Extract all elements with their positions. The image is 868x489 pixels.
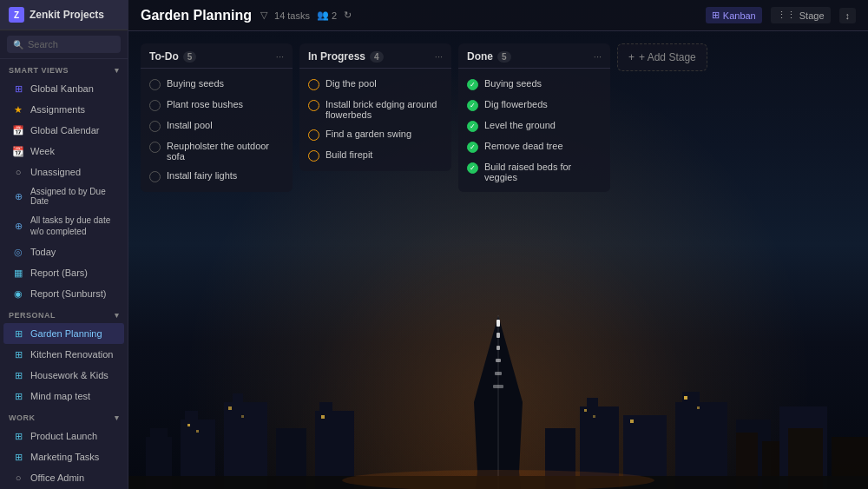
task-item[interactable]: ✓ Dig flowerbeds — [458, 95, 610, 116]
task-count-badge: 14 tasks — [274, 10, 310, 21]
grid3-icon: ⊞ — [12, 327, 24, 340]
stage-inprogress-actions[interactable]: ··· — [435, 51, 443, 62]
search-input[interactable] — [28, 39, 115, 50]
sidebar-item-office-admin[interactable]: ○ Office Admin — [3, 467, 124, 488]
member-badge: 👥 2 — [317, 10, 337, 21]
task-item[interactable]: Install pool — [141, 116, 293, 136]
week-icon: 📆 — [12, 145, 24, 157]
collapse-personal-icon[interactable]: ▾ — [115, 311, 120, 320]
task-item[interactable]: Find a garden swing — [299, 124, 451, 145]
sidebar-item-garden-planning[interactable]: ⊞ Garden Planning — [3, 323, 124, 344]
sidebar-item-product-launch[interactable]: ⊞ Product Launch — [3, 426, 124, 446]
topbar-right: ⊞ Kanban ⋮⋮ Stage ↕ — [706, 7, 856, 23]
stage-done: Done 5 ··· ✓ Buying seeds ✓ Dig flowerbe… — [458, 43, 610, 192]
sidebar-item-report-bars[interactable]: ▦ Report (Bars) — [3, 262, 124, 283]
task-item[interactable]: Reupholster the outdoor sofa — [141, 136, 293, 166]
sidebar-item-global-kanban[interactable]: ⊞ Global Kanban — [3, 78, 124, 99]
personal-list: ⊞ Garden Planning ⊞ Kitchen Renovation ⊞… — [0, 323, 128, 406]
stage-todo-actions[interactable]: ··· — [276, 51, 284, 62]
smart-views-section-header: SMART VIEWS ▾ — [0, 59, 128, 78]
sidebar-item-week[interactable]: 📆 Week — [3, 141, 124, 162]
sidebar-item-marketing-tasks[interactable]: ⊞ Marketing Tasks — [3, 446, 124, 467]
task-item[interactable]: Install brick edging around flowerbeds — [299, 95, 451, 124]
collapse-work-icon[interactable]: ▾ — [115, 413, 120, 422]
sidebar-item-today[interactable]: ◎ Today — [3, 241, 124, 262]
task-status-circle — [149, 171, 161, 182]
task-item[interactable]: ✓ Remove dead tree — [458, 136, 610, 157]
todo-task-list: Buying seeds Plant rose bushes Install p… — [141, 69, 293, 192]
task-status-circle — [308, 100, 319, 111]
sidebar-item-report-sunburst[interactable]: ◉ Report (Sunburst) — [3, 283, 124, 304]
task-item[interactable]: ✓ Level the ground — [458, 116, 610, 136]
task-status-circle — [149, 121, 161, 132]
stage-inprogress-title: In Progress 4 — [308, 50, 384, 63]
grid6-icon: ⊞ — [12, 390, 24, 402]
stage-todo: To-Do 5 ··· Buying seeds Plant rose bush… — [141, 43, 293, 192]
task-status-circle — [149, 100, 161, 111]
task-item[interactable]: Install fairy lights — [141, 166, 293, 187]
task-status-circle — [149, 142, 161, 153]
task-status-circle — [308, 150, 319, 162]
topbar-left: Garden Planning ▽ 14 tasks 👥 2 ↻ — [141, 8, 352, 23]
sidebar-item-assigned-by-due[interactable]: ⊕ Assigned to by Due Date — [3, 182, 124, 210]
plus-circle2-icon: ⊕ — [12, 220, 24, 232]
work-list: ⊞ Product Launch ⊞ Marketing Tasks ○ Off… — [0, 426, 128, 489]
task-status-circle: ✓ — [467, 162, 478, 174]
add-stage-button[interactable]: + + Add Stage — [617, 43, 707, 71]
stage-todo-title: To-Do 5 — [149, 50, 196, 63]
topbar: Garden Planning ▽ 14 tasks 👥 2 ↻ ⊞ Kanba… — [128, 0, 868, 31]
personal-section-header: PERSONAL ▾ — [0, 304, 128, 323]
circle-icon: ○ — [12, 166, 24, 178]
task-status-circle — [308, 129, 319, 141]
star-icon: ★ — [12, 103, 24, 116]
app-name: Zenkit Projects — [30, 9, 104, 21]
kanban-board: To-Do 5 ··· Buying seeds Plant rose bush… — [128, 31, 868, 489]
stage-view-button[interactable]: ⋮⋮ Stage — [771, 7, 831, 23]
kanban-view-button[interactable]: ⊞ Kanban — [706, 7, 762, 23]
task-status-circle: ✓ — [467, 121, 478, 132]
task-item[interactable]: Plant rose bushes — [141, 95, 293, 116]
grid5-icon: ⊞ — [12, 369, 24, 381]
grid4-icon: ⊞ — [12, 348, 24, 360]
done-task-list: ✓ Buying seeds ✓ Dig flowerbeds ✓ Level … — [458, 69, 610, 192]
stage-done-count: 5 — [497, 51, 511, 63]
grid7-icon: ⊞ — [12, 430, 24, 442]
search-box[interactable]: 🔍 — [7, 36, 121, 53]
stage-inprogress: In Progress 4 ··· Dig the pool Install b… — [299, 43, 451, 171]
task-item[interactable]: ✓ Buying seeds — [458, 74, 610, 95]
task-status-circle: ✓ — [467, 142, 478, 153]
stage-inprogress-header: In Progress 4 ··· — [299, 43, 451, 69]
sidebar-item-unassigned[interactable]: ○ Unassigned — [3, 162, 124, 182]
calendar-icon: 📅 — [12, 124, 24, 136]
stage-inprogress-count: 4 — [370, 51, 384, 63]
sort-button[interactable]: ↕ — [839, 8, 857, 23]
sidebar-item-assignments[interactable]: ★ Assignments — [3, 99, 124, 120]
task-status-circle — [308, 79, 319, 90]
task-item[interactable]: Dig the pool — [299, 74, 451, 95]
topbar-meta: ▽ 14 tasks 👥 2 ↻ — [260, 10, 352, 21]
filter-icon: ▽ — [260, 10, 267, 21]
sidebar-search-area: 🔍 — [0, 30, 128, 59]
collapse-smart-icon[interactable]: ▾ — [115, 66, 120, 75]
sidebar-item-all-tasks-due[interactable]: ⊕ All tasks by due date w/o completed — [3, 210, 124, 241]
circle2-icon: ○ — [12, 472, 24, 484]
stage-done-title: Done 5 — [467, 50, 511, 63]
sunburst-icon: ◉ — [12, 287, 24, 300]
sidebar-item-kitchen-reno[interactable]: ⊞ Kitchen Renovation — [3, 344, 124, 365]
stage-done-actions[interactable]: ··· — [594, 51, 602, 62]
refresh-icon[interactable]: ↻ — [344, 10, 352, 21]
main-content: Garden Planning ▽ 14 tasks 👥 2 ↻ ⊞ Kanba… — [128, 0, 868, 489]
task-status-circle: ✓ — [467, 79, 478, 90]
user-icon: 👥 — [317, 10, 329, 21]
sidebar: Z Zenkit Projects 🔍 SMART VIEWS ▾ ⊞ Glob… — [0, 0, 128, 489]
stage-todo-count: 5 — [183, 51, 197, 63]
stage-todo-header: To-Do 5 ··· — [141, 43, 293, 69]
task-item[interactable]: Buying seeds — [141, 74, 293, 95]
task-item[interactable]: Build firepit — [299, 145, 451, 166]
sidebar-item-global-calendar[interactable]: 📅 Global Calendar — [3, 120, 124, 141]
page-title: Garden Planning — [141, 8, 252, 23]
task-item[interactable]: ✓ Build raised beds for veggies — [458, 157, 610, 187]
sidebar-item-housework-kids[interactable]: ⊞ Housework & Kids — [3, 365, 124, 386]
sidebar-item-mind-map[interactable]: ⊞ Mind map test — [3, 386, 124, 406]
work-section-header: WORK ▾ — [0, 406, 128, 426]
